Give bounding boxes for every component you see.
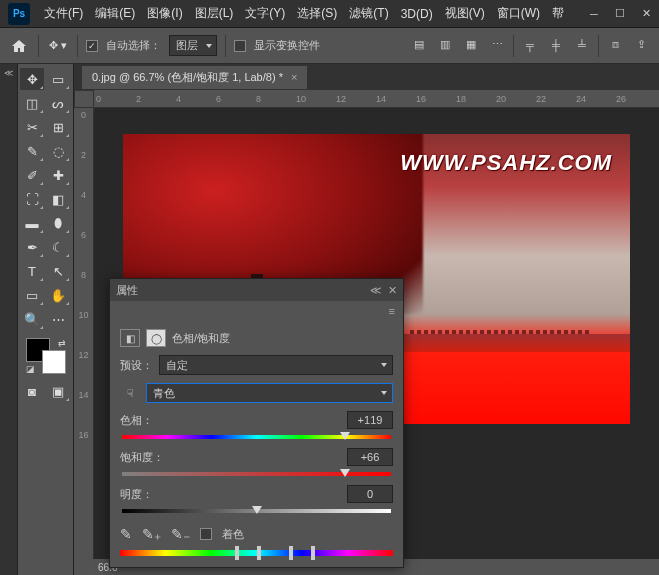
properties-panel: 属性 ≪✕ ≡ ◧ ◯ 色相/饱和度 预设： 自定 ☟ 青色 色相：+119 饱…: [109, 278, 404, 568]
saturation-label: 饱和度：: [120, 450, 164, 465]
targeted-adjust-icon[interactable]: ☟: [120, 387, 140, 400]
background-color[interactable]: [42, 350, 66, 374]
colorize-checkbox[interactable]: [200, 528, 212, 540]
expand-icon: ≪: [4, 68, 13, 78]
menu-help[interactable]: 帮: [546, 0, 570, 27]
menu-type[interactable]: 文字(Y): [239, 0, 291, 27]
close-tab-icon[interactable]: ×: [291, 71, 297, 83]
menu-select[interactable]: 选择(S): [291, 0, 343, 27]
lightness-slider[interactable]: [122, 506, 391, 516]
menu-filter[interactable]: 滤镜(T): [343, 0, 394, 27]
swap-colors-icon[interactable]: ⇄: [58, 338, 66, 348]
share-icon[interactable]: ⇪: [631, 35, 651, 55]
align-top-icon[interactable]: ╤: [520, 35, 540, 55]
horizontal-ruler[interactable]: 02468101214161820222426: [94, 90, 659, 108]
channel-dropdown[interactable]: 青色: [146, 383, 393, 403]
panel-header[interactable]: 属性 ≪✕: [110, 279, 403, 301]
path-tool[interactable]: ↖: [46, 260, 70, 282]
show-transform-label: 显示变换控件: [254, 38, 320, 53]
toolbox: ✥▭ ◫ᔕ ✂⊞ ✎◌ ✐✚ ⛶◧ ▬⬮ ✒☾ T↖ ▭✋ 🔍⋯ ◪ ⇄ ◙▣: [18, 64, 74, 575]
document-tabs: 0.jpg @ 66.7% (色相/饱和度 1, Lab/8) * ×: [74, 64, 659, 90]
lightness-value[interactable]: 0: [347, 485, 393, 503]
colorize-label: 着色: [222, 527, 244, 542]
home-icon[interactable]: [8, 35, 30, 57]
window-controls: ─ ☐ ✕: [581, 2, 659, 26]
menu-window[interactable]: 窗口(W): [491, 0, 546, 27]
menu-file[interactable]: 文件(F): [38, 0, 89, 27]
auto-select-label: 自动选择：: [106, 38, 161, 53]
clone-tool[interactable]: ⛶: [20, 188, 44, 210]
screenmode-tool[interactable]: ▣: [46, 380, 70, 402]
distribute-icon[interactable]: ⋯: [487, 35, 507, 55]
hue-label: 色相：: [120, 413, 153, 428]
quick-select-tool[interactable]: ◌: [46, 140, 70, 162]
saturation-row: 饱和度：+66: [120, 448, 393, 479]
mask-icon[interactable]: ◯: [146, 329, 166, 347]
lightness-label: 明度：: [120, 487, 153, 502]
pen-tool[interactable]: ✒: [20, 236, 44, 258]
move-tool-icon[interactable]: ✥ ▾: [47, 35, 69, 57]
eraser-tool[interactable]: ◧: [46, 188, 70, 210]
align-middle-icon[interactable]: ╪: [546, 35, 566, 55]
quickmask-tool[interactable]: ◙: [20, 380, 44, 402]
blur-tool[interactable]: ⬮: [46, 212, 70, 234]
show-transform-checkbox[interactable]: [234, 40, 246, 52]
collapse-panel-icon[interactable]: ≪: [370, 284, 382, 297]
document-tab[interactable]: 0.jpg @ 66.7% (色相/饱和度 1, Lab/8) * ×: [82, 66, 307, 89]
lightness-row: 明度：0: [120, 485, 393, 516]
gradient-tool[interactable]: ▬: [20, 212, 44, 234]
adjustment-type-icon: ◧: [120, 329, 140, 347]
eyedropper-tool[interactable]: ✎: [20, 140, 44, 162]
artboard-tool[interactable]: ▭: [46, 68, 70, 90]
zoom-tool[interactable]: 🔍: [20, 308, 44, 330]
auto-select-target[interactable]: 图层: [169, 35, 217, 56]
close-panel-icon[interactable]: ✕: [388, 284, 397, 297]
lasso-tool[interactable]: ᔕ: [46, 92, 70, 114]
panel-collapse-strip[interactable]: ≪: [0, 64, 18, 575]
frame-tool[interactable]: ⊞: [46, 116, 70, 138]
align-bottom-icon[interactable]: ╧: [572, 35, 592, 55]
color-range-bar[interactable]: [120, 546, 393, 560]
panel-menu-icon[interactable]: ≡: [389, 305, 395, 317]
dodge-tool[interactable]: ☾: [46, 236, 70, 258]
watermark-text: WWW.PSAHZ.COM: [400, 150, 612, 176]
maximize-button[interactable]: ☐: [607, 2, 633, 26]
preset-dropdown[interactable]: 自定: [159, 355, 393, 375]
menu-bar: Ps 文件(F) 编辑(E) 图像(I) 图层(L) 文字(Y) 选择(S) 滤…: [0, 0, 659, 28]
hue-value[interactable]: +119: [347, 411, 393, 429]
preset-label: 预设：: [120, 358, 153, 373]
align-left-icon[interactable]: ▤: [409, 35, 429, 55]
eyedropper-add-icon[interactable]: ✎₊: [142, 526, 161, 542]
type-tool[interactable]: T: [20, 260, 44, 282]
menu-image[interactable]: 图像(I): [141, 0, 188, 27]
ruler-origin[interactable]: [74, 90, 94, 108]
menu-edit[interactable]: 编辑(E): [89, 0, 141, 27]
auto-select-checkbox[interactable]: [86, 40, 98, 52]
minimize-button[interactable]: ─: [581, 2, 607, 26]
move-tool[interactable]: ✥: [20, 68, 44, 90]
close-button[interactable]: ✕: [633, 2, 659, 26]
saturation-slider[interactable]: [122, 469, 391, 479]
crop-tool[interactable]: ✂: [20, 116, 44, 138]
shape-tool[interactable]: ▭: [20, 284, 44, 306]
edit-toolbar[interactable]: ⋯: [46, 308, 70, 330]
align-center-icon[interactable]: ▥: [435, 35, 455, 55]
align-right-icon[interactable]: ▦: [461, 35, 481, 55]
menu-view[interactable]: 视图(V): [439, 0, 491, 27]
marquee-tool[interactable]: ◫: [20, 92, 44, 114]
document-tab-label: 0.jpg @ 66.7% (色相/饱和度 1, Lab/8) *: [92, 70, 283, 85]
menu-layer[interactable]: 图层(L): [189, 0, 240, 27]
3d-mode-icon[interactable]: ⧈: [605, 35, 625, 55]
menu-3d[interactable]: 3D(D): [395, 0, 439, 27]
vertical-ruler[interactable]: 0246810121416: [74, 108, 94, 559]
app-logo: Ps: [8, 3, 30, 25]
saturation-value[interactable]: +66: [347, 448, 393, 466]
eyedropper-icon[interactable]: ✎: [120, 526, 132, 542]
hand-tool[interactable]: ✋: [46, 284, 70, 306]
brush-tool[interactable]: ✐: [20, 164, 44, 186]
eyedropper-sub-icon[interactable]: ✎₋: [171, 526, 190, 542]
default-colors-icon[interactable]: ◪: [26, 364, 35, 374]
hue-slider[interactable]: [122, 432, 391, 442]
healing-tool[interactable]: ✚: [46, 164, 70, 186]
color-swatches[interactable]: ◪ ⇄: [26, 338, 66, 374]
